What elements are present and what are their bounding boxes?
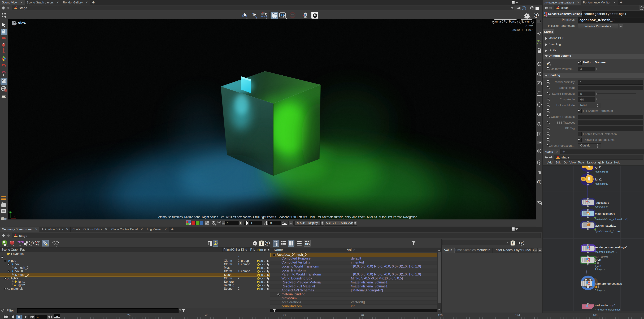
svg-text:grid1: grid1 [595,258,602,262]
svg-text:?: ? [512,242,514,245]
svg-text:light2: light2 [594,178,602,181]
svg-text:3 Layers: 3 Layers [595,289,605,292]
svg-text:/geo/box_0: /geo/box_0 [595,205,608,208]
svg-text:+: + [4,241,4,243]
svg-text:?: ? [260,242,262,245]
svg-text:+: + [4,244,5,246]
svg-text:!: ! [595,286,596,288]
svg-text:SOP Create: SOP Create [595,256,608,258]
svg-text:rendergeometrysettings1: rendergeometrysettings1 [595,246,628,249]
svg-text:/grid1: /grid1 [595,265,601,268]
svg-text:karmarendersettings: karmarendersettings [595,282,622,285]
svg-text:?: ? [535,14,537,17]
svg-text:y: y [8,211,10,214]
svg-text:TRS: TRS [305,243,310,246]
svg-text:/lights/light1: /lights/light1 [595,170,608,173]
svg-text:assignmaterial1: assignmaterial1 [595,224,616,227]
svg-text:?: ? [266,241,268,245]
svg-text:i: i [31,242,32,245]
svg-text:/materials/kma_volume1… (2): /materials/kma_volume1… (2) [595,218,628,221]
svg-text:i: i [539,181,540,184]
svg-text:2 Layers: 2 Layers [595,268,605,271]
svg-text:/geo/box_0/mesh_0: /geo/box_0/mesh_0 [595,250,617,253]
svg-text:materiallibrary1: materiallibrary1 [595,212,615,216]
svg-text:light1: light1 [594,166,602,169]
svg-text:duplicate1: duplicate1 [596,201,609,204]
svg-text:/geo/box/mesh_0… (4): /geo/box/mesh_0… (4) [595,230,620,232]
svg-text:+: + [38,240,40,243]
svg-text:x: x [14,215,16,218]
svg-text:/Render/rendersettings: /Render/rendersettings [595,308,620,311]
svg-text:usdrender_rop1: usdrender_rop1 [595,304,616,307]
svg-text:/lights/light2: /lights/light2 [595,182,608,185]
svg-text:?: ? [520,241,523,245]
